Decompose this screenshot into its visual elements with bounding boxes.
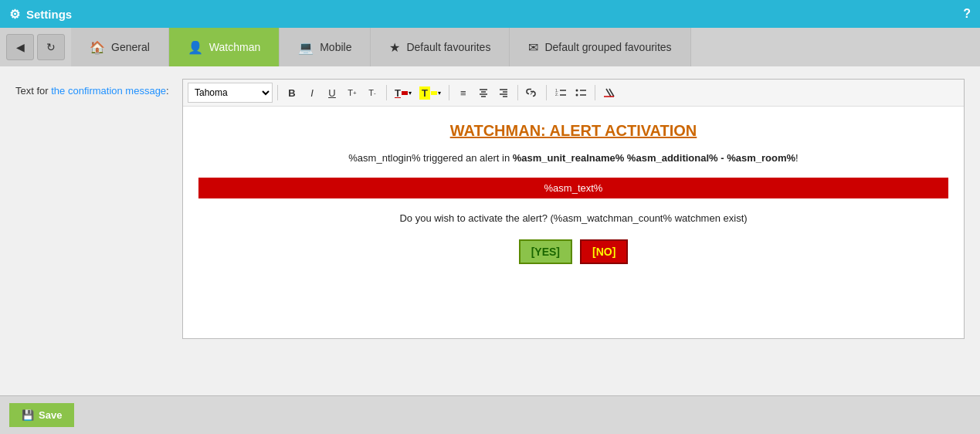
- subscript-button[interactable]: T-: [363, 83, 381, 102]
- editor-title: WATCHMAN: ALERT ACTIVATION: [198, 122, 948, 140]
- bg-color-arrow: ▾: [438, 90, 441, 97]
- tab-mobile[interactable]: 💻 Mobile: [280, 28, 371, 66]
- bold-button[interactable]: B: [283, 83, 301, 102]
- editor-red-bar: %asm_text%: [198, 178, 948, 198]
- title-bar: ⚙ Settings ?: [0, 0, 980, 28]
- toolbar-sep-6: [595, 85, 595, 100]
- nav-controls: ◀ ↻: [0, 34, 71, 60]
- tab-default-favourites[interactable]: ★ Default favourites: [371, 28, 510, 66]
- gear-icon: ⚙: [9, 7, 20, 22]
- font-color-button[interactable]: T ▾: [392, 83, 415, 102]
- align-left-button[interactable]: ≡: [454, 83, 473, 102]
- superscript-button[interactable]: T+: [343, 83, 361, 102]
- tab-watchman-label: Watchman: [209, 41, 260, 53]
- help-icon[interactable]: ?: [963, 7, 971, 21]
- editor-buttons: [YES] [NO]: [198, 239, 948, 264]
- tab-default-grouped-favourites[interactable]: ✉ Default grouped favourites: [510, 28, 690, 66]
- italic-button[interactable]: I: [303, 83, 321, 102]
- editor-line1: %asm_ntlogin% triggered an alert in %asm…: [198, 152, 948, 164]
- footer: 💾 Save: [0, 395, 980, 434]
- clear-format-button[interactable]: [600, 83, 619, 102]
- save-button[interactable]: 💾 Save: [9, 403, 74, 427]
- save-icon: 💾: [22, 409, 34, 421]
- editor-container: Tahoma Arial Times New Roman Verdana B I…: [182, 79, 965, 339]
- editor-question: Do you wish to activate the alert? (%asm…: [198, 212, 948, 224]
- bg-color-button[interactable]: T ▾: [416, 83, 444, 102]
- toolbar-sep-1: [277, 85, 278, 100]
- toolbar-sep-5: [546, 85, 547, 100]
- align-right-button[interactable]: [494, 83, 513, 102]
- underline-button[interactable]: U: [323, 83, 341, 102]
- tab-default-favourites-label: Default favourites: [406, 41, 490, 53]
- font-color-arrow: ▾: [409, 90, 412, 97]
- toolbar-sep-2: [386, 85, 387, 100]
- envelope-icon: ✉: [528, 40, 538, 55]
- link-button[interactable]: [523, 83, 541, 102]
- toolbar-sep-4: [517, 85, 518, 100]
- form-label: Text for the confirmation message:: [15, 79, 170, 97]
- tab-general[interactable]: 🏠 General: [71, 28, 169, 66]
- svg-point-12: [575, 90, 578, 92]
- align-center-button[interactable]: [474, 83, 493, 102]
- yes-button[interactable]: [YES]: [519, 239, 572, 264]
- editor-body[interactable]: WATCHMAN: ALERT ACTIVATION %asm_ntlogin%…: [183, 107, 964, 338]
- content-area: Text for the confirmation message: Tahom…: [0, 66, 980, 406]
- home-icon: 🏠: [90, 40, 105, 55]
- watchman-icon: 👤: [188, 40, 203, 55]
- form-row: Text for the confirmation message: Tahom…: [15, 79, 965, 339]
- mobile-icon: 💻: [298, 40, 314, 55]
- line1-bold: %asm_unit_realname% %asm_additional% - %…: [513, 152, 795, 164]
- font-select[interactable]: Tahoma Arial Times New Roman Verdana: [188, 83, 273, 103]
- unordered-list-button[interactable]: [571, 83, 590, 102]
- star-icon: ★: [389, 40, 400, 55]
- back-button[interactable]: ◀: [6, 34, 34, 60]
- tab-watchman[interactable]: 👤 Watchman: [169, 28, 280, 66]
- nav-bar: ◀ ↻ 🏠 General 👤 Watchman 💻 Mobile ★ Defa…: [0, 28, 980, 66]
- no-button[interactable]: [NO]: [580, 239, 628, 264]
- svg-point-14: [575, 94, 578, 97]
- tab-general-label: General: [111, 41, 150, 53]
- nav-tabs: 🏠 General 👤 Watchman 💻 Mobile ★ Default …: [71, 28, 691, 66]
- save-label: Save: [39, 409, 62, 421]
- app-title: Settings: [26, 8, 72, 21]
- ordered-list-button[interactable]: 1.2.: [551, 83, 570, 102]
- editor-toolbar: Tahoma Arial Times New Roman Verdana B I…: [183, 80, 964, 107]
- form-label-highlight: the confirmation message: [51, 85, 166, 97]
- refresh-button[interactable]: ↻: [37, 34, 65, 60]
- line1-pre: %asm_ntlogin% triggered an alert in: [348, 152, 512, 164]
- toolbar-sep-3: [449, 85, 449, 100]
- line1-post: !: [795, 152, 799, 164]
- tab-mobile-label: Mobile: [320, 41, 351, 53]
- svg-text:2.: 2.: [555, 92, 558, 97]
- tab-default-grouped-favourites-label: Default grouped favourites: [544, 41, 671, 53]
